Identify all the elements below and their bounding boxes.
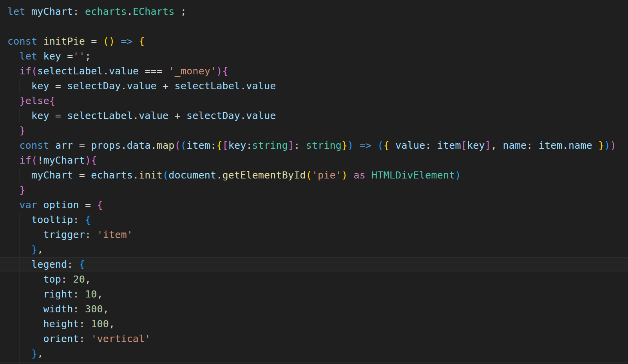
code-token: else bbox=[25, 95, 49, 106]
code-token bbox=[7, 110, 31, 121]
code-line[interactable]: }else{ bbox=[0, 94, 628, 108]
code-token: value bbox=[395, 140, 425, 151]
code-line[interactable]: }, bbox=[0, 242, 628, 257]
code-token: height bbox=[43, 318, 79, 330]
code-token bbox=[7, 259, 31, 270]
code-line[interactable]: if(!myChart){ bbox=[0, 153, 628, 168]
code-token: getElementById bbox=[222, 169, 306, 181]
code-token: , bbox=[37, 348, 43, 359]
code-editor[interactable]: let myChart: echarts.ECharts ;const init… bbox=[0, 0, 628, 364]
code-line[interactable]: key = selectLabel.value + selectDay.valu… bbox=[0, 108, 628, 123]
code-line-active[interactable]: legend: { bbox=[0, 257, 628, 272]
code-token: , bbox=[103, 303, 109, 315]
code-token: . bbox=[563, 140, 568, 151]
code-line[interactable]: }, bbox=[0, 346, 628, 361]
code-token: top bbox=[43, 274, 61, 285]
code-token: 300 bbox=[85, 303, 103, 315]
code-token: selectLabel bbox=[37, 65, 103, 77]
code-token: ( bbox=[181, 140, 186, 151]
code-line[interactable]: trigger: 'item' bbox=[0, 227, 628, 242]
code-line[interactable]: let key =''; bbox=[0, 49, 628, 64]
code-token: + bbox=[168, 110, 186, 121]
code-token: let bbox=[19, 50, 37, 62]
code-token: legend bbox=[31, 259, 67, 270]
code-token bbox=[49, 140, 55, 151]
code-token: myChart bbox=[31, 169, 73, 181]
code-token: echarts bbox=[91, 169, 133, 181]
code-token: name bbox=[568, 140, 592, 151]
code-token: => bbox=[121, 36, 132, 47]
code-token: } bbox=[31, 348, 37, 359]
code-token: . bbox=[103, 65, 109, 77]
code-line[interactable]: width: 300, bbox=[0, 302, 628, 317]
code-token: } bbox=[19, 95, 25, 106]
code-token: if bbox=[19, 65, 31, 77]
code-token: [ bbox=[461, 140, 467, 151]
code-line[interactable]: right: 10, bbox=[0, 287, 628, 302]
code-token: { bbox=[139, 36, 145, 47]
code-token: . bbox=[121, 80, 127, 92]
code-token: value bbox=[109, 65, 139, 77]
code-token: : bbox=[73, 288, 85, 300]
code-line[interactable]: var option = { bbox=[0, 198, 628, 213]
code-token: : bbox=[79, 318, 91, 330]
code-line[interactable]: orient: 'vertical' bbox=[0, 332, 628, 346]
code-token: selectDay bbox=[67, 80, 121, 92]
code-token: { bbox=[222, 65, 228, 77]
code-token: const bbox=[7, 36, 37, 47]
code-token: . bbox=[216, 169, 222, 181]
code-token: { bbox=[79, 259, 85, 270]
code-token: data bbox=[127, 140, 151, 151]
code-token bbox=[7, 95, 19, 106]
code-line[interactable]: } bbox=[0, 183, 628, 198]
code-line[interactable]: const arr = props.data.map((item:{[key:s… bbox=[0, 138, 628, 153]
code-token: ) bbox=[604, 140, 610, 151]
code-token: = bbox=[73, 169, 91, 181]
code-token: . bbox=[133, 169, 139, 181]
code-token: ) bbox=[85, 155, 91, 166]
code-token: 'item' bbox=[97, 229, 132, 240]
code-token bbox=[7, 155, 19, 166]
code-token: document bbox=[168, 169, 216, 181]
code-token: key bbox=[43, 50, 61, 62]
code-token: selectLabel bbox=[175, 80, 241, 92]
code-line[interactable]: tooltip: { bbox=[0, 213, 628, 227]
code-token: ( bbox=[306, 169, 312, 181]
code-token: ( bbox=[163, 169, 168, 181]
code-token: { bbox=[216, 140, 222, 151]
code-token: 20 bbox=[73, 274, 85, 285]
code-token: ) bbox=[109, 36, 115, 47]
code-line[interactable]: height: 100, bbox=[0, 317, 628, 332]
code-token bbox=[7, 50, 19, 62]
code-token bbox=[37, 36, 43, 47]
code-token bbox=[7, 244, 31, 255]
code-token: item bbox=[437, 140, 461, 151]
code-token: key bbox=[228, 140, 246, 151]
code-token: : bbox=[73, 6, 79, 17]
code-line[interactable]: if(selectLabel.value === '_money'){ bbox=[0, 64, 628, 79]
code-token bbox=[389, 140, 395, 151]
code-line[interactable]: key = selectDay.value + selectLabel.valu… bbox=[0, 79, 628, 94]
code-token: width bbox=[43, 303, 73, 315]
code-token: ECharts bbox=[133, 6, 175, 17]
editor-left-border bbox=[3, 0, 3, 364]
code-token: : bbox=[425, 140, 437, 151]
code-token: myChart bbox=[31, 6, 73, 17]
code-token: ; bbox=[85, 50, 91, 62]
code-line[interactable]: let myChart: echarts.ECharts ; bbox=[0, 4, 628, 19]
code-token: . bbox=[240, 80, 246, 92]
code-line[interactable]: const initPie = () => { bbox=[0, 34, 628, 49]
code-line[interactable] bbox=[0, 19, 628, 34]
code-line[interactable]: top: 20, bbox=[0, 272, 628, 287]
code-token: ( bbox=[31, 155, 37, 166]
code-token: = bbox=[61, 50, 73, 62]
code-token: . bbox=[127, 6, 133, 17]
code-token: ( bbox=[175, 140, 181, 151]
code-token: : bbox=[79, 333, 91, 344]
code-token: => bbox=[360, 140, 371, 151]
code-token: } bbox=[598, 140, 604, 151]
code-line[interactable]: myChart = echarts.init(document.getEleme… bbox=[0, 168, 628, 183]
code-token: . bbox=[133, 110, 139, 121]
code-line[interactable]: } bbox=[0, 123, 628, 138]
code-token: option bbox=[43, 199, 79, 211]
